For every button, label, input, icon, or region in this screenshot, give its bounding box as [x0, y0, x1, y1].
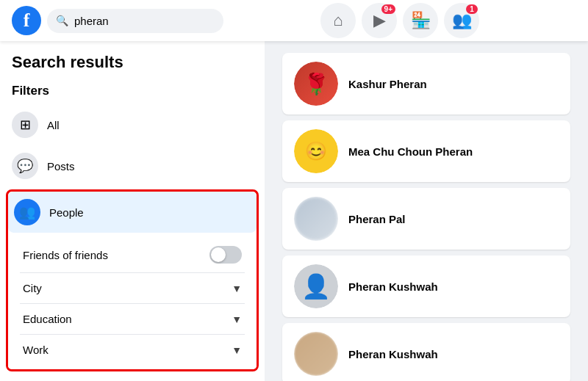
people-subfilters: Friends of friends City ▼ Education ▼: [8, 233, 257, 369]
filter-photos[interactable]: 🖼 Photos: [6, 374, 259, 381]
avatar-emoji-img: 😊: [294, 129, 338, 173]
home-nav-button[interactable]: ⌂: [320, 3, 356, 38]
search-box[interactable]: 🔍: [47, 9, 223, 33]
work-dropdown-icon: ▼: [232, 344, 242, 356]
city-label: City: [23, 282, 42, 294]
friends-of-friends-label: Friends of friends: [23, 249, 108, 261]
divider-1: [20, 272, 245, 273]
result-card-2[interactable]: 😊 Mea Chu Choun Pheran: [282, 120, 570, 182]
friends-badge: 1: [466, 4, 478, 14]
result-name-4: Pheran Kushwah: [348, 280, 438, 293]
avatar-rose-img: 🌹: [294, 62, 338, 106]
avatar-5: [294, 332, 338, 376]
watch-icon: ▶: [373, 11, 386, 30]
people-icon: 👥: [14, 199, 40, 225]
result-name-2: Mea Chu Choun Pheran: [348, 145, 473, 158]
topnav: f 🔍 ⌂ ▶ 9+ 🏪 👥 1: [0, 0, 588, 41]
result-name-1: Kashur Pheran: [348, 78, 427, 90]
avatar-blur-img: [294, 197, 338, 241]
avatar-person-img: 👤: [294, 264, 338, 308]
filters-label: Filters: [6, 84, 259, 98]
avatar-blur2-img: [294, 332, 338, 376]
education-dropdown-icon: ▼: [232, 313, 242, 325]
subfilter-work[interactable]: Work ▼: [20, 336, 245, 363]
avatar-1: 🌹: [294, 62, 338, 106]
divider-3: [20, 334, 245, 335]
result-card-5[interactable]: Pheran Kushwah: [282, 323, 570, 381]
friends-of-friends-toggle[interactable]: [209, 246, 242, 264]
watch-nav-button[interactable]: ▶ 9+: [362, 3, 397, 38]
filter-all[interactable]: ⊞ All: [6, 104, 259, 145]
home-icon: ⌂: [333, 11, 343, 30]
marketplace-nav-button[interactable]: 🏪: [403, 3, 438, 38]
facebook-logo[interactable]: f: [12, 6, 41, 35]
nav-center: ⌂ ▶ 9+ 🏪 👥 1: [223, 3, 576, 38]
filter-posts[interactable]: 💬 Posts: [6, 145, 259, 186]
work-label: Work: [23, 344, 49, 356]
result-card-4[interactable]: 👤 Pheran Kushwah: [282, 255, 570, 317]
filter-people[interactable]: 👥 People: [8, 192, 257, 233]
filter-all-label: All: [47, 119, 60, 131]
avatar-2: 😊: [294, 129, 338, 173]
subfilter-friends-of-friends[interactable]: Friends of friends: [20, 239, 245, 271]
result-card-3[interactable]: Pheran Pal: [282, 188, 570, 250]
search-icon: 🔍: [56, 15, 68, 26]
result-card-1[interactable]: 🌹 Kashur Pheran: [282, 53, 570, 115]
all-icon: ⊞: [12, 112, 38, 138]
city-dropdown-icon: ▼: [232, 283, 242, 294]
search-input[interactable]: [74, 15, 215, 27]
watch-badge: 9+: [381, 4, 395, 14]
posts-icon: 💬: [12, 153, 38, 179]
main-layout: Search results Filters ⊞ All 💬 Posts 👥 P…: [0, 41, 588, 381]
subfilter-education[interactable]: Education ▼: [20, 305, 245, 333]
education-label: Education: [23, 313, 72, 325]
divider-2: [20, 303, 245, 304]
filter-posts-label: Posts: [47, 160, 75, 173]
subfilter-city[interactable]: City ▼: [20, 275, 245, 302]
sidebar: Search results Filters ⊞ All 💬 Posts 👥 P…: [0, 41, 265, 381]
friends-nav-button[interactable]: 👥 1: [444, 3, 479, 38]
results-area: 🌹 Kashur Pheran 😊 Mea Chu Choun Pheran P…: [265, 41, 588, 381]
marketplace-icon: 🏪: [411, 11, 431, 30]
people-section: 👥 People Friends of friends City ▼ E: [6, 189, 259, 371]
friends-icon: 👥: [452, 11, 472, 30]
result-name-5: Pheran Kushwah: [348, 348, 438, 360]
result-name-3: Pheran Pal: [348, 213, 406, 225]
avatar-3: [294, 197, 338, 241]
sidebar-title: Search results: [6, 53, 259, 72]
filter-people-label: People: [49, 206, 84, 219]
avatar-4: 👤: [294, 264, 338, 308]
